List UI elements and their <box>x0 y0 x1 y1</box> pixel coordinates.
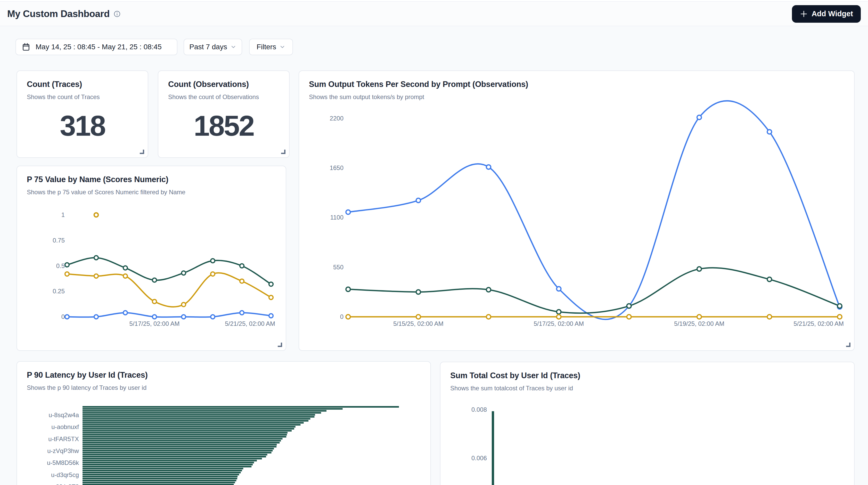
svg-text:0.25: 0.25 <box>53 287 65 295</box>
dashboard-page: My Custom Dashboard Add Widget May 14, 2… <box>0 0 868 485</box>
svg-text:u-8fVe9T3: u-8fVe9T3 <box>50 483 79 485</box>
svg-text:0.75: 0.75 <box>53 237 65 244</box>
svg-text:550: 550 <box>333 264 343 271</box>
svg-text:0.5: 0.5 <box>56 262 65 269</box>
header-left: My Custom Dashboard <box>7 8 120 19</box>
svg-text:0: 0 <box>61 313 65 320</box>
card-p90-latency: P 90 Latency by User Id (Traces) Shows t… <box>17 361 431 485</box>
date-range-button[interactable]: May 14, 25 : 08:45 - May 21, 25 : 08:45 <box>16 39 178 55</box>
big-number-value: 318 <box>17 109 148 143</box>
svg-text:u-5M8D56k: u-5M8D56k <box>47 459 79 466</box>
add-widget-button[interactable]: Add Widget <box>792 5 861 23</box>
card-p75-by-name: P 75 Value by Name (Scores Numeric) Show… <box>17 165 286 351</box>
calendar-icon <box>22 42 30 51</box>
svg-text:1: 1 <box>61 211 65 218</box>
date-preset-value: Past 7 days <box>189 43 227 51</box>
filters-label: Filters <box>256 43 276 51</box>
svg-text:u-d3qr5cg: u-d3qr5cg <box>51 471 79 478</box>
card-subtitle: Shows the count of Observations <box>168 93 279 101</box>
svg-text:5/21/25, 02:00 AM: 5/21/25, 02:00 AM <box>225 320 275 327</box>
card-title: Count (Traces) <box>27 80 138 89</box>
svg-text:u-aobnuxf: u-aobnuxf <box>51 423 79 430</box>
filters-button[interactable]: Filters <box>249 39 293 55</box>
bar-chart-p90-latency: u-8sq2w4au-aobnuxfu-tFAR5TXu-zVqP3hwu-5M… <box>17 362 431 485</box>
big-number-value: 1852 <box>158 109 289 143</box>
card-subtitle: Shows the sum output tokens/s by prompt <box>309 93 844 101</box>
svg-text:5/17/25, 02:00 AM: 5/17/25, 02:00 AM <box>533 320 584 327</box>
svg-text:1100: 1100 <box>330 214 343 221</box>
svg-text:u-tFAR5TX: u-tFAR5TX <box>48 435 79 443</box>
svg-text:5/17/25, 02:00 AM: 5/17/25, 02:00 AM <box>129 320 180 327</box>
line-chart-tokens-by-prompt: 05501100165022005/15/25, 02:00 AM5/17/25… <box>299 71 855 352</box>
date-range-value: May 14, 25 : 08:45 - May 21, 25 : 08:45 <box>36 43 162 51</box>
card-title: Sum Total Cost by User Id (Traces) <box>450 371 844 380</box>
card-subtitle: Shows the p 75 value of Scores Numeric f… <box>27 189 276 196</box>
svg-text:0.006: 0.006 <box>471 455 487 461</box>
card-subtitle: Shows the sum totalcost of Traces by use… <box>450 385 844 392</box>
svg-text:0.008: 0.008 <box>471 406 487 413</box>
bar-chart-sum-cost: 0.0080.006 <box>440 362 855 485</box>
svg-text:5/19/25, 02:00 AM: 5/19/25, 02:00 AM <box>674 320 724 327</box>
card-subtitle: Shows the count of Traces <box>27 93 138 101</box>
resize-handle[interactable] <box>140 150 144 154</box>
chevron-down-icon <box>230 44 237 50</box>
add-widget-label: Add Widget <box>811 9 853 18</box>
svg-text:u-8sq2w4a: u-8sq2w4a <box>49 412 79 419</box>
card-tokens-by-prompt: Sum Output Tokens Per Second by Prompt (… <box>299 70 855 351</box>
svg-text:0: 0 <box>340 313 343 320</box>
card-title: Count (Observations) <box>168 80 279 89</box>
header: My Custom Dashboard Add Widget <box>0 2 868 26</box>
svg-text:5/21/25, 02:00 AM: 5/21/25, 02:00 AM <box>794 320 844 327</box>
card-title: P 90 Latency by User Id (Traces) <box>27 370 421 380</box>
card-count-observations: Count (Observations) Shows the count of … <box>158 70 289 158</box>
card-sum-cost: Sum Total Cost by User Id (Traces) Shows… <box>440 362 855 485</box>
plus-icon <box>800 10 808 18</box>
window-top-strip <box>0 0 868 2</box>
svg-text:1650: 1650 <box>330 164 343 171</box>
page-title: My Custom Dashboard <box>7 8 110 19</box>
resize-handle[interactable] <box>281 150 285 154</box>
chevron-down-icon <box>279 44 285 50</box>
date-preset-button[interactable]: Past 7 days <box>184 39 242 55</box>
svg-text:2200: 2200 <box>330 115 343 122</box>
svg-text:5/15/25, 02:00 AM: 5/15/25, 02:00 AM <box>393 320 443 327</box>
card-count-traces: Count (Traces) Shows the count of Traces… <box>17 70 148 158</box>
card-title: Sum Output Tokens Per Second by Prompt (… <box>309 80 844 89</box>
info-icon[interactable] <box>114 10 120 17</box>
svg-text:u-zVqP3hw: u-zVqP3hw <box>47 447 79 454</box>
card-title: P 75 Value by Name (Scores Numeric) <box>27 175 276 184</box>
card-subtitle: Shows the p 90 latency of Traces by user… <box>27 384 421 391</box>
